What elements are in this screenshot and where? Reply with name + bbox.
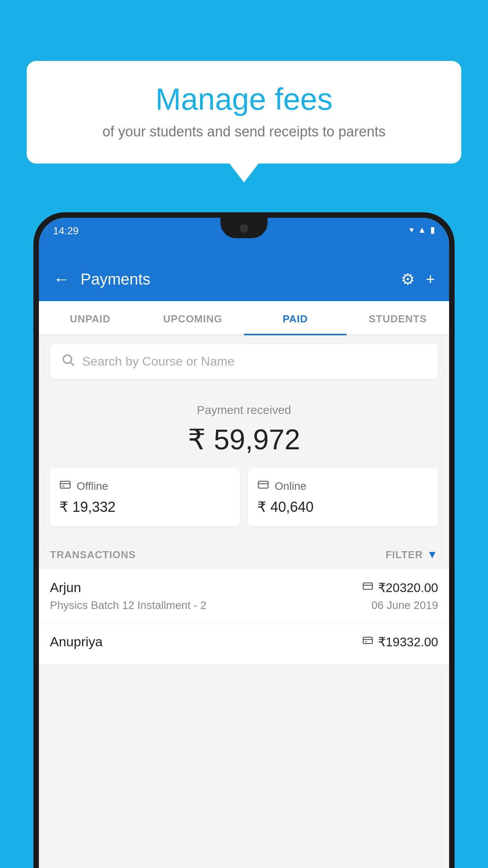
transactions-label: TRANSACTIONS <box>50 549 136 561</box>
transaction-top: Anupriya ₹19332.00 <box>50 634 438 649</box>
offline-card-header: Offline <box>59 479 231 493</box>
transactions-header: TRANSACTIONS FILTER ▼ <box>39 538 449 569</box>
table-row[interactable]: Anupriya ₹19332.00 <box>39 623 449 665</box>
phone-inner: 14:29 ▾ ▲ ▮ ← Payments ⚙ + UNPAID <box>39 218 449 868</box>
transaction-list: Arjun ₹20320.00 Physics <box>39 569 449 665</box>
speech-bubble: Manage fees of your students and send re… <box>27 61 461 164</box>
svg-rect-7 <box>363 583 372 589</box>
bubble-title: Manage fees <box>50 83 438 116</box>
app-bar: ← Payments ⚙ + <box>39 257 449 301</box>
svg-point-0 <box>63 355 72 363</box>
filter-label: FILTER <box>385 549 423 561</box>
offline-icon <box>59 479 71 493</box>
svg-line-1 <box>71 362 74 366</box>
transaction-name: Arjun <box>50 580 81 595</box>
app-bar-actions: ⚙ + <box>401 270 435 288</box>
battery-icon: ▮ <box>430 225 435 235</box>
tabs: UNPAID UPCOMING PAID STUDENTS <box>39 301 449 335</box>
cash-icon <box>362 635 373 649</box>
transaction-amount-wrap: ₹20320.00 <box>362 580 438 595</box>
app-bar-title: Payments <box>81 270 390 288</box>
transaction-amount-wrap: ₹19332.00 <box>362 634 438 649</box>
tab-students[interactable]: STUDENTS <box>347 301 449 335</box>
filter-icon: ▼ <box>427 548 438 561</box>
status-bar: 14:29 ▾ ▲ ▮ <box>39 218 449 257</box>
transaction-date: 06 June 2019 <box>371 599 438 612</box>
offline-amount: ₹ 19,332 <box>59 499 231 515</box>
online-icon <box>257 479 269 493</box>
signal-icon: ▲ <box>418 225 426 235</box>
filter-button[interactable]: FILTER ▼ <box>385 548 438 561</box>
search-bar[interactable]: Search by Course or Name <box>50 344 438 379</box>
offline-card: Offline ₹ 19,332 <box>50 468 240 526</box>
svg-rect-2 <box>61 481 70 488</box>
transaction-course: Physics Batch 12 Installment - 2 <box>50 599 206 612</box>
online-amount: ₹ 40,640 <box>257 499 429 515</box>
settings-icon[interactable]: ⚙ <box>401 270 415 288</box>
search-container: Search by Course or Name <box>39 335 449 388</box>
status-icons: ▾ ▲ ▮ <box>409 225 435 235</box>
tab-paid[interactable]: PAID <box>244 301 347 335</box>
online-card: Online ₹ 40,640 <box>248 468 438 526</box>
notch <box>220 218 268 238</box>
search-icon <box>61 353 75 370</box>
payment-received-amount: ₹ 59,972 <box>50 423 438 456</box>
wifi-icon: ▾ <box>409 225 414 235</box>
card-icon <box>362 581 373 594</box>
svg-rect-9 <box>363 637 372 644</box>
svg-rect-5 <box>259 481 268 488</box>
payment-received-section: Payment received ₹ 59,972 <box>39 388 449 538</box>
transaction-bottom: Physics Batch 12 Installment - 2 06 June… <box>50 599 438 612</box>
transaction-top: Arjun ₹20320.00 <box>50 580 438 595</box>
tab-unpaid[interactable]: UNPAID <box>39 301 141 335</box>
bubble-subtitle: of your students and send receipts to pa… <box>50 123 438 140</box>
search-placeholder: Search by Course or Name <box>82 354 235 369</box>
tab-upcoming[interactable]: UPCOMING <box>141 301 244 335</box>
back-button[interactable]: ← <box>53 270 70 289</box>
status-time: 14:29 <box>53 225 79 237</box>
online-type: Online <box>275 480 306 493</box>
add-icon[interactable]: + <box>426 270 435 288</box>
phone-frame: 14:29 ▾ ▲ ▮ ← Payments ⚙ + UNPAID <box>33 212 455 868</box>
transaction-amount: ₹20320.00 <box>378 580 438 595</box>
transaction-amount: ₹19332.00 <box>378 634 438 649</box>
offline-type: Offline <box>77 480 108 493</box>
transaction-name: Anupriya <box>50 634 103 649</box>
payment-received-label: Payment received <box>50 403 438 417</box>
payment-cards: Offline ₹ 19,332 <box>50 468 438 526</box>
camera <box>240 224 248 233</box>
table-row[interactable]: Arjun ₹20320.00 Physics <box>39 569 449 623</box>
online-card-header: Online <box>257 479 429 493</box>
